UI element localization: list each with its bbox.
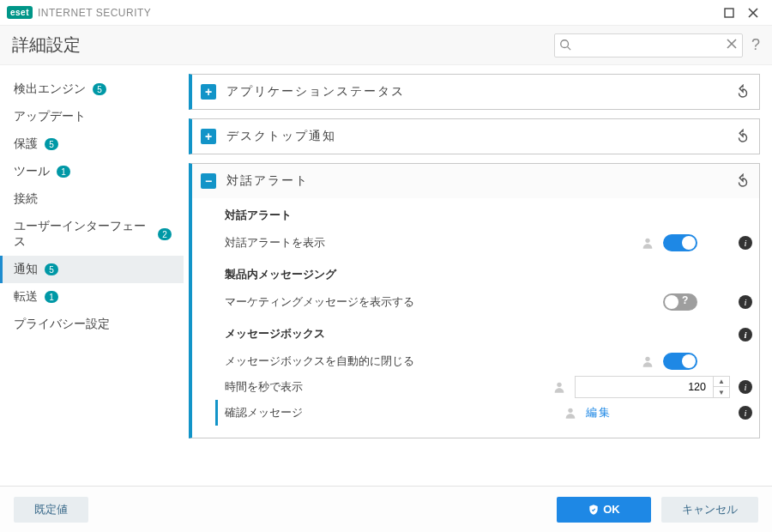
spinner-down[interactable]: ▼ — [714, 387, 729, 397]
sidebar-item-8[interactable]: プライバシー設定 — [0, 311, 184, 338]
sidebar: 検出エンジン5アップデート保護5ツール1接続ユーザーインターフェース2通知5転送… — [0, 65, 184, 486]
row-show-dialog-alerts: 対話アラートを表示 i — [225, 230, 752, 256]
revert-icon[interactable] — [735, 129, 751, 144]
expand-icon: + — [201, 84, 216, 100]
svg-point-8 — [645, 357, 649, 361]
row-auto-close: メッセージボックスを自動的に閉じる — [225, 348, 752, 374]
toggle-auto-close[interactable] — [663, 353, 697, 370]
svg-point-9 — [557, 383, 561, 387]
sidebar-item-badge: 5 — [45, 138, 58, 150]
label-show-dialog-alerts: 対話アラートを表示 — [225, 236, 641, 251]
info-icon[interactable]: i — [739, 380, 752, 394]
sidebar-item-7[interactable]: 転送1 — [0, 283, 184, 311]
label-seconds: 時間を秒で表示 — [225, 380, 552, 395]
label-confirm-messages: 確認メッセージ — [225, 406, 564, 420]
sidebar-item-5[interactable]: ユーザーインターフェース2 — [0, 213, 184, 256]
user-icon — [641, 236, 654, 250]
sidebar-item-badge: 2 — [158, 228, 172, 240]
section-message-boxes-label: メッセージボックス — [225, 327, 739, 342]
footer: 既定値 OK キャンセル — [0, 486, 772, 532]
sidebar-item-label: 検出エンジン — [14, 82, 86, 97]
sidebar-item-6[interactable]: 通知5 — [0, 256, 184, 283]
svg-rect-0 — [725, 9, 733, 17]
seconds-spinner: ▲ ▼ — [575, 376, 730, 398]
row-marketing-messages: マーケティングメッセージを表示する i — [225, 289, 752, 315]
svg-line-4 — [568, 46, 571, 50]
panel-header-dialog-alerts[interactable]: − 対話アラート — [192, 164, 759, 198]
panel-header-desktop-notifications[interactable]: + デスクトップ通知 — [192, 119, 759, 154]
panel-title: デスクトップ通知 — [226, 129, 735, 144]
toggle-show-dialog-alerts[interactable] — [663, 234, 697, 251]
label-auto-close: メッセージボックスを自動的に閉じる — [225, 354, 641, 369]
panel-title: アプリケーションステータス — [226, 84, 735, 100]
user-icon — [641, 354, 654, 368]
sidebar-item-3[interactable]: ツール1 — [0, 158, 184, 185]
info-icon[interactable]: i — [739, 236, 752, 250]
sidebar-item-badge: 1 — [57, 166, 70, 178]
row-seconds: 時間を秒で表示 ▲ ▼ i — [225, 374, 752, 400]
sidebar-item-label: 転送 — [14, 289, 38, 305]
search-input[interactable] — [554, 33, 743, 57]
seconds-input[interactable] — [576, 377, 713, 397]
window-close-button[interactable] — [741, 3, 765, 23]
label-marketing-messages: マーケティングメッセージを表示する — [225, 295, 663, 310]
shield-icon — [588, 504, 600, 516]
section-in-product-messaging: 製品内メッセージング — [225, 268, 752, 282]
sidebar-item-label: アップデート — [14, 109, 86, 124]
info-icon[interactable]: i — [739, 406, 752, 420]
panel-application-status: + アプリケーションステータス — [189, 74, 760, 110]
panel-header-application-status[interactable]: + アプリケーションステータス — [192, 75, 759, 109]
section-message-boxes: メッセージボックス i — [225, 327, 752, 342]
revert-icon[interactable] — [735, 84, 751, 100]
help-button[interactable]: ? — [751, 36, 760, 54]
search-icon — [559, 39, 571, 51]
ok-button[interactable]: OK — [557, 497, 651, 523]
cancel-button[interactable]: キャンセル — [661, 497, 758, 523]
svg-point-10 — [568, 408, 572, 413]
collapse-icon: − — [201, 173, 216, 189]
ok-label: OK — [603, 503, 620, 516]
sidebar-item-badge: 1 — [45, 291, 58, 303]
panel-body-dialog-alerts: 対話アラート 対話アラートを表示 i 製品内メッセージング マーケティングメッセ… — [192, 198, 759, 438]
sidebar-item-badge: 5 — [45, 263, 58, 275]
panel-desktop-notifications: + デスクトップ通知 — [189, 118, 760, 154]
sidebar-item-label: 通知 — [14, 262, 38, 277]
page-title: 詳細設定 — [12, 33, 554, 57]
sidebar-item-badge: 5 — [93, 83, 106, 95]
user-icon — [564, 406, 577, 420]
edit-link[interactable]: 編集 — [586, 405, 612, 420]
sidebar-item-0[interactable]: 検出エンジン5 — [0, 76, 184, 103]
panel-dialog-alerts: − 対話アラート 対話アラート 対話アラートを表示 i — [189, 163, 760, 438]
sidebar-item-label: 接続 — [14, 191, 38, 207]
sidebar-item-1[interactable]: アップデート — [0, 103, 184, 130]
search-box — [554, 33, 743, 57]
titlebar: eset INTERNET SECURITY — [0, 0, 772, 26]
search-clear-icon[interactable] — [726, 38, 738, 50]
window-maximize-button[interactable] — [717, 3, 741, 23]
content: + アプリケーションステータス + デスクトップ通知 − 対話アラート — [184, 65, 772, 486]
section-dialog-alerts: 対話アラート — [225, 209, 752, 223]
spinner-up[interactable]: ▲ — [714, 377, 729, 387]
brand-badge: eset — [7, 6, 33, 19]
sidebar-item-label: 保護 — [14, 136, 38, 152]
info-icon[interactable]: i — [739, 328, 752, 342]
sidebar-item-4[interactable]: 接続 — [0, 185, 184, 213]
svg-point-7 — [645, 239, 649, 243]
panel-title: 対話アラート — [226, 173, 735, 189]
header: 詳細設定 ? — [0, 26, 772, 65]
sidebar-item-label: ツール — [14, 164, 50, 179]
brand-title: INTERNET SECURITY — [38, 7, 151, 19]
row-confirm-messages: 確認メッセージ 編集 i — [215, 400, 752, 426]
sidebar-item-label: プライバシー設定 — [14, 317, 110, 332]
user-icon — [552, 380, 566, 394]
svg-point-3 — [561, 39, 569, 47]
toggle-marketing-messages[interactable] — [663, 293, 697, 311]
info-icon[interactable]: i — [739, 295, 752, 309]
expand-icon: + — [201, 129, 216, 144]
revert-icon[interactable] — [735, 173, 751, 189]
sidebar-item-label: ユーザーインターフェース — [14, 219, 151, 250]
defaults-button[interactable]: 既定値 — [14, 497, 88, 523]
sidebar-item-2[interactable]: 保護5 — [0, 130, 184, 158]
